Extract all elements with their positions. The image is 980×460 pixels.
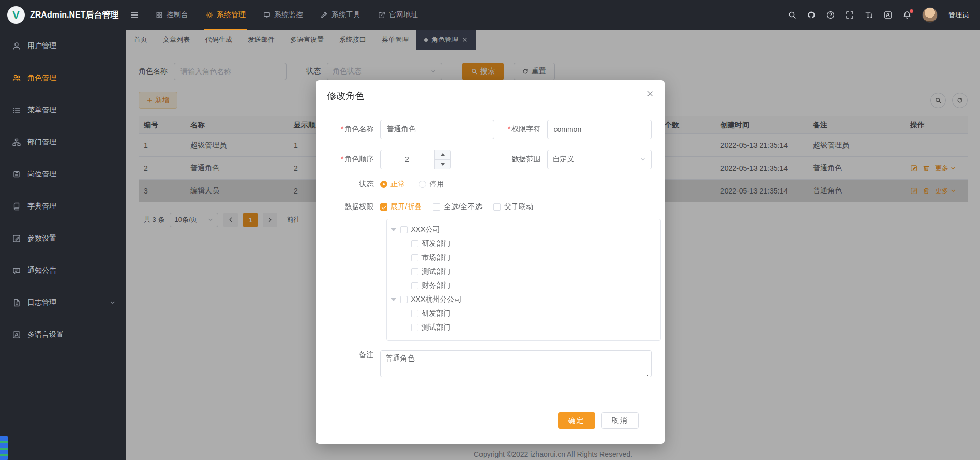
chevron-down-icon <box>640 156 646 162</box>
perm-char-label: *权限字符 <box>496 125 547 134</box>
bell-icon[interactable] <box>903 11 911 19</box>
logo-letter: V <box>12 9 19 21</box>
status-radio-normal-label[interactable]: 正常 <box>391 180 405 189</box>
tree-node-checkbox[interactable] <box>400 226 408 233</box>
select-all-checkbox[interactable] <box>433 203 440 211</box>
book-icon <box>12 202 21 211</box>
tree-expand-caret[interactable] <box>391 298 396 304</box>
expand-collapse-checkbox[interactable] <box>380 203 387 211</box>
tree-node-child[interactable]: 市场部门 <box>387 250 660 264</box>
tree-node-parent[interactable]: XXX公司 <box>387 222 660 236</box>
sidebar-item-posts[interactable]: 岗位管理 <box>0 158 126 190</box>
remark-textarea[interactable]: 普通角色 <box>380 350 652 377</box>
status-radio-normal[interactable] <box>380 181 387 188</box>
tree-node-checkbox[interactable] <box>411 240 418 247</box>
nav-item-label: 控制台 <box>167 10 188 20</box>
app-title: ZRAdmin.NET后台管理 <box>30 10 119 21</box>
font-size-icon[interactable] <box>865 11 873 19</box>
corner-widget <box>0 436 8 460</box>
sidebar-item-label: 菜单管理 <box>27 106 56 115</box>
sidebar-item-menus[interactable]: 菜单管理 <box>0 94 126 126</box>
sidebar-item-logs[interactable]: 日志管理 <box>0 287 126 319</box>
tools-icon <box>321 11 328 19</box>
tree-node-child[interactable]: 研发部门 <box>387 306 660 320</box>
tree-node-checkbox[interactable] <box>400 296 408 303</box>
roles-icon <box>12 74 21 82</box>
nav-item-website[interactable]: 官网地址 <box>369 0 427 30</box>
tree-node-checkbox[interactable] <box>411 310 418 317</box>
tree-node-child[interactable]: 研发部门 <box>387 236 660 250</box>
expand-collapse-label[interactable]: 展开/折叠 <box>391 202 422 212</box>
parent-child-link-label[interactable]: 父子联动 <box>504 202 533 212</box>
tree-node-label: XXX杭州分公司 <box>411 295 462 304</box>
sidebar-item-notices[interactable]: 通知公告 <box>0 255 126 287</box>
role-order-stepper[interactable]: 2 <box>380 150 451 169</box>
tree-node-label: 财务部门 <box>422 281 451 290</box>
dialog-close-icon[interactable] <box>646 90 654 98</box>
github-icon[interactable] <box>807 11 816 19</box>
tree-node-label: 测试部门 <box>422 323 451 332</box>
language-icon[interactable] <box>884 11 892 19</box>
stepper-down-button[interactable] <box>435 160 450 169</box>
edit-role-dialog: 修改角色 *角色名称 *权限字符 *角色顺序 2 <box>316 80 665 444</box>
nav-item-system-tools[interactable]: 系统工具 <box>312 0 369 30</box>
nav-item-console[interactable]: 控制台 <box>147 0 197 30</box>
required-star: * <box>341 125 343 133</box>
chevron-down-icon <box>110 300 116 306</box>
tree-expand-caret[interactable] <box>391 228 396 234</box>
status-radio-disabled-label[interactable]: 停用 <box>430 180 444 189</box>
data-scope-label: 数据范围 <box>496 155 547 164</box>
data-permission-label: 数据权限 <box>327 202 380 212</box>
tree-node-checkbox[interactable] <box>411 254 418 261</box>
status-label: 状态 <box>327 180 380 189</box>
avatar[interactable] <box>922 7 938 23</box>
parent-child-link-checkbox[interactable] <box>493 203 501 211</box>
search-icon[interactable] <box>788 11 796 19</box>
nav-item-label: 官网地址 <box>389 10 418 20</box>
tree-node-child[interactable]: 财务部门 <box>387 278 660 292</box>
sidebar-item-label: 参数设置 <box>27 234 56 243</box>
tree-node-checkbox[interactable] <box>411 324 418 331</box>
sidebar-item-roles[interactable]: 角色管理 <box>0 62 126 94</box>
help-icon[interactable] <box>826 11 835 19</box>
tree-node-label: XXX公司 <box>411 225 440 234</box>
notification-badge <box>910 9 913 13</box>
tree-node-child[interactable]: 测试部门 <box>387 320 660 334</box>
select-all-label[interactable]: 全选/全不选 <box>444 202 482 212</box>
fullscreen-icon[interactable] <box>846 11 854 19</box>
role-name-label: *角色名称 <box>327 125 380 134</box>
nav-item-system-admin[interactable]: 系统管理 <box>197 0 254 30</box>
tree-node-checkbox[interactable] <box>411 268 418 275</box>
data-scope-select[interactable]: 自定义 <box>547 150 652 169</box>
permission-tree: XXX公司 研发部门 市场部门 测试部门 财务部门 XXX杭州分公司 <box>386 219 661 341</box>
gear-icon <box>206 11 213 19</box>
tree-node-checkbox[interactable] <box>411 282 418 289</box>
nav-item-label: 系统管理 <box>217 10 246 20</box>
tree-node-parent[interactable]: XXX杭州分公司 <box>387 292 660 306</box>
hamburger-icon[interactable] <box>130 11 139 19</box>
sidebar-item-label: 字典管理 <box>27 202 56 211</box>
user-name[interactable]: 管理员 <box>948 10 969 20</box>
perm-char-input[interactable] <box>547 120 652 139</box>
logo-area[interactable]: V ZRAdmin.NET后台管理 <box>0 6 126 24</box>
sidebar-item-languages[interactable]: 多语言设置 <box>0 319 126 351</box>
monitor-icon <box>263 11 270 19</box>
message-icon <box>12 266 21 275</box>
role-name-input[interactable] <box>380 120 494 139</box>
tree-node-label: 测试部门 <box>422 267 451 276</box>
stepper-up-button[interactable] <box>435 150 450 160</box>
sidebar-item-dictionary[interactable]: 字典管理 <box>0 190 126 222</box>
sidebar-item-label: 角色管理 <box>27 73 56 83</box>
tree-node-child[interactable]: 测试部门 <box>387 264 660 278</box>
sidebar: 用户管理 角色管理 菜单管理 部门管理 岗位管理 字典管理 参数设置 通知公告 … <box>0 30 126 460</box>
dialog-header: 修改角色 <box>316 80 665 102</box>
sidebar-item-label: 岗位管理 <box>27 170 56 179</box>
sidebar-item-parameters[interactable]: 参数设置 <box>0 222 126 255</box>
confirm-button[interactable]: 确定 <box>558 412 595 429</box>
nav-item-system-monitor[interactable]: 系统监控 <box>254 0 312 30</box>
external-link-icon <box>378 11 385 19</box>
sidebar-item-users[interactable]: 用户管理 <box>0 30 126 62</box>
status-radio-disabled[interactable] <box>419 181 426 188</box>
sidebar-item-departments[interactable]: 部门管理 <box>0 126 126 158</box>
cancel-button[interactable]: 取消 <box>601 412 639 429</box>
